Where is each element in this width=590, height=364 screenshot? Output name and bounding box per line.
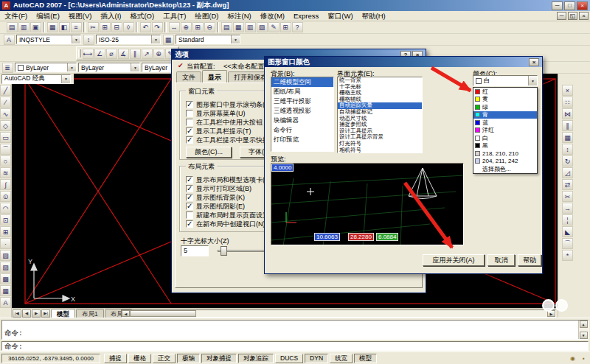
command-history[interactable]: 命令: ▲ ▼: [1, 320, 589, 340]
checkbox-icon[interactable]: [186, 101, 193, 108]
status-toggle[interactable]: 对象捕捉: [201, 354, 237, 363]
checkbox-icon[interactable]: [186, 220, 193, 228]
pan-icon[interactable]: ↔: [169, 22, 180, 32]
context-list-item[interactable]: 命令行: [271, 125, 333, 135]
mtext-icon[interactable]: A: [0, 297, 11, 308]
quick-leader-icon[interactable]: ↗: [142, 49, 153, 59]
chevron-down-icon[interactable]: ▼: [72, 35, 80, 43]
toolbar-separator[interactable]: [217, 22, 219, 32]
element-list-item[interactable]: 栅格主线: [338, 90, 422, 97]
copy-object-icon[interactable]: ∷: [562, 97, 573, 108]
color-option[interactable]: 洋红: [473, 127, 537, 135]
table-style-icon[interactable]: ▦: [163, 35, 174, 45]
status-toggle[interactable]: DYN: [305, 354, 328, 363]
tolerance-icon[interactable]: ⊕: [153, 49, 164, 59]
checkbox-icon[interactable]: [186, 119, 193, 126]
save-icon[interactable]: ▣: [30, 22, 41, 32]
color-control-combo[interactable]: ByLayer ▼: [15, 63, 77, 72]
dim-style-combo[interactable]: ISO-25 ▼: [96, 35, 161, 44]
mirror-icon[interactable]: ⋈: [562, 108, 573, 119]
element-list-item[interactable]: 统一背景: [338, 77, 422, 84]
color-option[interactable]: 青: [473, 111, 537, 119]
tool-palettes-icon[interactable]: ▥: [245, 22, 256, 32]
qnew-icon[interactable]: ▤: [7, 22, 18, 32]
toolbar-separator[interactable]: [164, 22, 167, 32]
scroll-up-icon[interactable]: ▲: [580, 321, 588, 328]
gradient-icon[interactable]: ▧: [0, 262, 11, 273]
zoom-realtime-icon[interactable]: ⊕: [181, 22, 192, 32]
color-option[interactable]: 红: [473, 88, 537, 96]
chevron-down-icon[interactable]: ▼: [131, 63, 139, 71]
tab-nav-button[interactable]: ◀: [22, 309, 31, 318]
insert-block-icon[interactable]: ⊡: [0, 214, 11, 225]
color-option[interactable]: 选择颜色...: [473, 165, 537, 173]
command-scrollbar[interactable]: ▲ ▼: [578, 321, 588, 339]
toolbar-lock-icon[interactable]: ▪: [579, 354, 589, 363]
layout-tab[interactable]: 布局1: [76, 309, 104, 318]
menu-item[interactable]: 视图(V): [64, 11, 97, 21]
chevron-down-icon[interactable]: ▼: [231, 35, 240, 43]
checkbox-icon[interactable]: [186, 185, 193, 192]
options-tab[interactable]: 显示: [202, 70, 227, 83]
zoom-previous-icon[interactable]: ⊖: [204, 22, 215, 32]
quickcalc-icon[interactable]: ⊞: [280, 22, 291, 32]
tab-nav-button[interactable]: ▶|: [41, 309, 50, 318]
undo-icon[interactable]: ↶: [140, 22, 151, 32]
copy-icon[interactable]: ⊞: [100, 22, 111, 32]
color-option[interactable]: 黄: [473, 96, 537, 104]
hatch-icon[interactable]: ▨: [0, 250, 11, 261]
chevron-down-icon[interactable]: ▼: [67, 63, 76, 71]
menu-item[interactable]: 工具(T): [159, 11, 190, 21]
color-option[interactable]: 绿: [473, 103, 537, 111]
options-tab[interactable]: 文件: [176, 71, 201, 83]
status-toggle[interactable]: 极轴: [177, 354, 200, 363]
minimize-button[interactable]: ─: [552, 1, 563, 10]
construction-line-icon[interactable]: ∕: [0, 97, 11, 108]
plot-preview-icon[interactable]: ◧: [59, 22, 70, 32]
context-list-item[interactable]: 二维模型空间: [271, 77, 333, 87]
ellipse-arc-icon[interactable]: ◠: [0, 203, 11, 214]
text-style-combo[interactable]: INQSTYLE ▼: [16, 35, 81, 44]
chamfer-icon[interactable]: ◣: [562, 226, 573, 237]
status-toggle[interactable]: 正交: [153, 354, 176, 363]
close-button[interactable]: ×: [577, 1, 588, 10]
element-list-item[interactable]: 设计工具提示: [338, 128, 422, 135]
point-icon[interactable]: ·: [0, 238, 11, 249]
polyline-icon[interactable]: ∿: [0, 108, 11, 119]
status-toggle[interactable]: DUCS: [275, 354, 303, 363]
fillet-icon[interactable]: ⌒: [562, 238, 573, 249]
color-option[interactable]: 黑: [473, 142, 537, 150]
chevron-down-icon[interactable]: ▼: [528, 76, 537, 85]
apply-and-close-button[interactable]: 应用并关闭(A): [423, 254, 485, 266]
checkbox-icon[interactable]: [186, 176, 193, 183]
open-icon[interactable]: ▥: [18, 22, 30, 32]
scroll-down-icon[interactable]: ▼: [580, 332, 588, 339]
color-option[interactable]: 蓝: [473, 119, 537, 127]
circle-icon[interactable]: ○: [0, 155, 11, 167]
table-icon[interactable]: ▦: [0, 285, 11, 296]
rectangle-icon[interactable]: ▭: [0, 132, 11, 143]
horizontal-scrollbar[interactable]: ◀ ▶: [121, 309, 556, 318]
menu-item[interactable]: 绘图(D): [190, 11, 223, 21]
cut-icon[interactable]: ✂: [88, 22, 99, 32]
paste-icon[interactable]: ⊟: [111, 22, 122, 32]
dim-linear-icon[interactable]: ⟷: [83, 49, 94, 59]
child-minimize-button[interactable]: ─: [557, 12, 566, 20]
checkbox-icon[interactable]: [186, 127, 193, 135]
status-toggle[interactable]: 模型: [354, 354, 377, 363]
redo-icon[interactable]: ↷: [152, 22, 163, 32]
element-list-item[interactable]: 设计工具提示背景: [338, 134, 422, 141]
offset-icon[interactable]: ∥: [562, 120, 573, 131]
crosshair-size-input[interactable]: 5: [181, 245, 209, 256]
region-icon[interactable]: ▩: [0, 273, 11, 284]
checkbox-icon[interactable]: [186, 194, 193, 201]
menu-item[interactable]: 插入(I): [96, 11, 125, 21]
scroll-left-icon[interactable]: ◀: [122, 310, 130, 317]
context-list-item[interactable]: 三维平行投影: [271, 97, 333, 106]
menu-item[interactable]: 窗口(W): [323, 11, 357, 21]
polygon-icon[interactable]: ◇: [0, 120, 11, 131]
element-list-item[interactable]: 自动追踪矢量: [338, 102, 422, 109]
stretch-icon[interactable]: ⇄: [562, 179, 573, 190]
colors-dialog-titlebar[interactable]: 图形窗口颜色 ×: [265, 57, 542, 67]
tab-nav-button[interactable]: |◀: [13, 309, 21, 318]
